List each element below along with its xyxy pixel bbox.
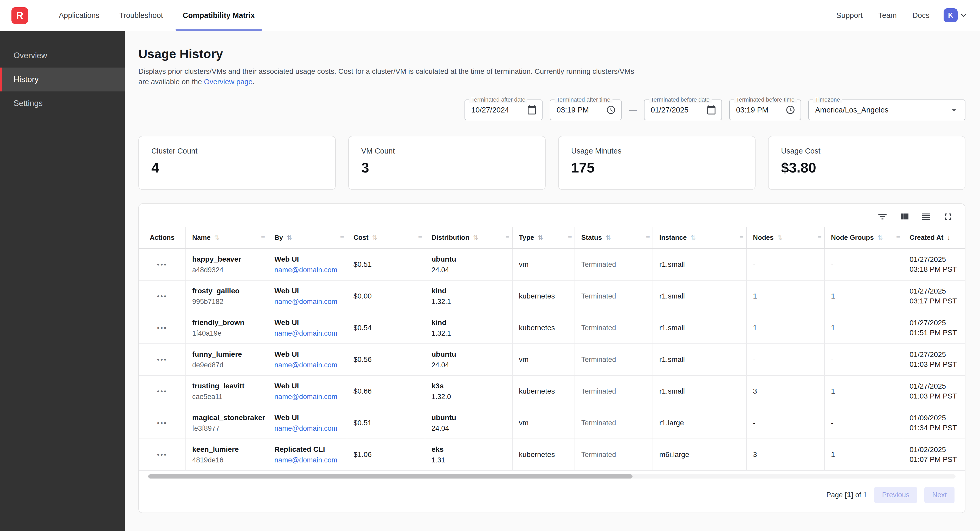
nav-docs[interactable]: Docs	[905, 11, 937, 20]
sort-arrows-icon[interactable]: ⇅	[606, 234, 611, 241]
column-menu-icon[interactable]: ≡	[418, 233, 422, 242]
row-actions-icon[interactable]: •••	[157, 387, 167, 395]
next-page-button[interactable]: Next	[924, 487, 955, 503]
sort-arrows-icon[interactable]: ⇅	[777, 234, 782, 241]
avatar[interactable]: K	[943, 8, 958, 22]
sort-arrows-icon[interactable]: ⇅	[690, 234, 696, 241]
previous-page-button[interactable]: Previous	[874, 487, 917, 503]
creator-email-link[interactable]: name@domain.com	[274, 456, 337, 464]
column-header-distribution[interactable]: Distribution⇅≡	[425, 227, 512, 249]
terminated-after-time-field[interactable]: Terminated after time 03:19 PM	[550, 100, 622, 120]
creator-email-link[interactable]: name@domain.com	[274, 393, 337, 401]
row-actions-icon[interactable]: •••	[157, 324, 167, 332]
column-header-instance[interactable]: Instance⇅≡	[653, 227, 746, 249]
sort-arrows-icon[interactable]: ⇅	[538, 234, 543, 241]
field-label: Timezone	[813, 97, 842, 103]
creator-email-link[interactable]: name@domain.com	[274, 425, 337, 432]
sidebar-item-history[interactable]: History	[0, 68, 125, 92]
column-header-nodes[interactable]: Nodes⇅≡	[746, 227, 824, 249]
column-header-type[interactable]: Type⇅≡	[512, 227, 575, 249]
sort-desc-icon[interactable]: ↓	[947, 233, 951, 241]
creator-email-link[interactable]: name@domain.com	[274, 361, 337, 369]
column-header-node_groups[interactable]: Node Groups⇅≡	[824, 227, 903, 249]
column-menu-icon[interactable]: ≡	[261, 233, 265, 242]
row-actions-icon[interactable]: •••	[157, 356, 167, 363]
column-header-by[interactable]: By⇅≡	[268, 227, 347, 249]
clock-icon[interactable]	[786, 105, 795, 115]
field-label: Terminated before time	[734, 97, 797, 103]
column-header-created_at[interactable]: Created At↓	[903, 227, 965, 249]
stat-value: 4	[151, 160, 323, 176]
sidebar-item-overview[interactable]: Overview	[0, 44, 125, 68]
column-menu-icon[interactable]: ≡	[646, 233, 650, 242]
density-icon[interactable]	[921, 211, 932, 222]
cost-cell: $0.51	[347, 407, 425, 439]
column-label: Instance	[659, 233, 687, 241]
cluster-id: 1f40a19e	[192, 328, 261, 338]
horizontal-scrollbar[interactable]	[148, 474, 956, 479]
column-menu-icon[interactable]: ≡	[818, 233, 822, 242]
nav-support[interactable]: Support	[828, 11, 870, 20]
column-header-name[interactable]: Name⇅≡	[186, 227, 268, 249]
scrollbar-thumb[interactable]	[148, 474, 633, 479]
terminated-after-date-field[interactable]: Terminated after date 10/27/2024	[465, 100, 542, 120]
column-menu-icon[interactable]: ≡	[896, 233, 900, 242]
sort-arrows-icon[interactable]: ⇅	[214, 234, 220, 241]
replicated-logo[interactable]: R	[11, 7, 28, 24]
nav-compatibility-matrix[interactable]: Compatibility Matrix	[173, 0, 265, 31]
distribution-name: k3s	[431, 381, 506, 391]
main-content: Usage History Displays prior clusters/VM…	[125, 31, 980, 531]
column-menu-icon[interactable]: ≡	[340, 233, 344, 242]
columns-icon[interactable]	[899, 211, 910, 222]
row-actions-icon[interactable]: •••	[157, 292, 167, 300]
stat-label: VM Count	[361, 147, 533, 155]
usage-history-table: ActionsName⇅≡By⇅≡Cost⇅≡Distribution⇅≡Typ…	[139, 227, 965, 471]
distribution-version: 1.31	[431, 455, 506, 465]
instance-cell: r1.large	[653, 407, 746, 439]
field-label: Terminated after date	[469, 97, 527, 103]
created-by: Replicated CLI	[274, 444, 340, 455]
topbar-right: SupportTeamDocs K	[828, 0, 980, 31]
column-label: Name	[192, 233, 211, 241]
filter-icon[interactable]	[877, 211, 888, 222]
row-actions-icon[interactable]: •••	[157, 261, 167, 268]
creator-email-link[interactable]: name@domain.com	[274, 330, 337, 337]
column-header-actions: Actions	[139, 227, 186, 249]
column-label: Actions	[150, 233, 175, 241]
nav-applications[interactable]: Applications	[49, 0, 109, 31]
cost-cell: $0.56	[347, 344, 425, 376]
row-actions-icon[interactable]: •••	[157, 451, 167, 458]
column-label: Cost	[353, 233, 369, 241]
timezone-select[interactable]: Timezone America/Los_Angeles	[808, 100, 966, 120]
fullscreen-icon[interactable]	[943, 211, 953, 222]
calendar-icon[interactable]	[527, 105, 537, 115]
field-value: America/Los_Angeles	[815, 106, 888, 114]
terminated-before-date-field[interactable]: Terminated before date 01/27/2025	[644, 100, 722, 120]
sidebar: OverviewHistorySettings	[0, 31, 125, 531]
nav-team[interactable]: Team	[870, 11, 905, 20]
column-header-cost[interactable]: Cost⇅≡	[347, 227, 425, 249]
type-cell: vm	[512, 249, 575, 280]
terminated-before-time-field[interactable]: Terminated before time 03:19 PM	[729, 100, 801, 120]
sort-arrows-icon[interactable]: ⇅	[372, 234, 377, 241]
sort-arrows-icon[interactable]: ⇅	[878, 234, 883, 241]
column-menu-icon[interactable]: ≡	[740, 233, 744, 242]
nav-troubleshoot[interactable]: Troubleshoot	[109, 0, 173, 31]
column-header-status[interactable]: Status⇅≡	[575, 227, 653, 249]
column-menu-icon[interactable]: ≡	[568, 233, 572, 242]
row-actions-icon[interactable]: •••	[157, 419, 167, 427]
caret-down-icon[interactable]	[948, 104, 960, 116]
status-text: Terminated	[581, 292, 616, 300]
description-suffix: .	[253, 78, 255, 86]
column-menu-icon[interactable]: ≡	[506, 233, 509, 242]
sort-arrows-icon[interactable]: ⇅	[473, 234, 478, 241]
sidebar-item-settings[interactable]: Settings	[0, 92, 125, 115]
calendar-icon[interactable]	[706, 105, 716, 115]
overview-page-link[interactable]: Overview page	[204, 78, 253, 86]
account-menu[interactable]: K	[943, 8, 969, 22]
clock-icon[interactable]	[606, 105, 616, 115]
sort-arrows-icon[interactable]: ⇅	[286, 234, 292, 241]
creator-email-link[interactable]: name@domain.com	[274, 298, 337, 306]
creator-email-link[interactable]: name@domain.com	[274, 266, 337, 274]
cluster-id: 995b7182	[192, 297, 261, 306]
